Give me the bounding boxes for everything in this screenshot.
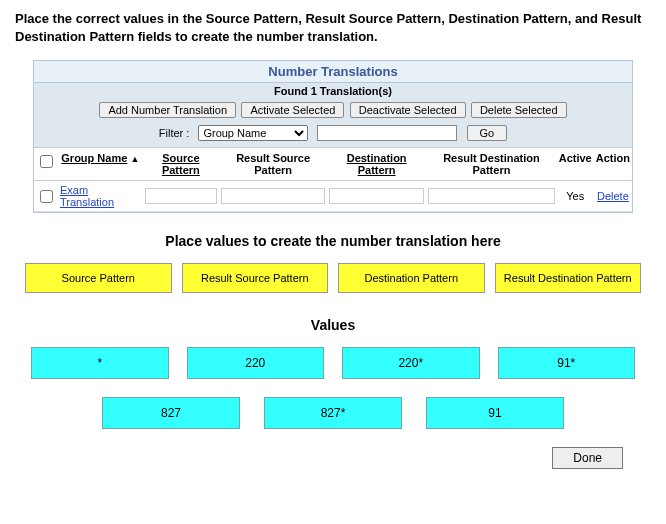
done-button[interactable]: Done [552,447,623,469]
filter-select[interactable]: Group Name [198,125,308,141]
translations-table: Group Name ▲ Source Pattern Result Sourc… [34,147,632,212]
table-row: Exam Translation Yes Delete [34,181,632,212]
filter-input[interactable] [317,125,457,141]
col-destination-pattern[interactable]: Destination Pattern [327,148,426,181]
col-action: Action [594,148,632,181]
result-destination-pattern-cell [428,188,555,204]
delete-selected-button[interactable]: Delete Selected [471,102,567,118]
destination-pattern-cell [329,188,424,204]
col-result-source-pattern: Result Source Pattern [219,148,327,181]
value-tile[interactable]: 91* [498,347,636,379]
activate-selected-button[interactable]: Activate Selected [241,102,344,118]
values-heading: Values [15,317,651,333]
value-tile[interactable]: 91 [426,397,564,429]
values-row-2: 827 827* 91 [15,397,651,429]
slot-destination-pattern[interactable]: Destination Pattern [338,263,485,293]
value-tile[interactable]: 827* [264,397,402,429]
drop-slots: Source Pattern Result Source Pattern Des… [25,263,641,293]
active-cell: Yes [557,181,594,212]
value-tile[interactable]: 827 [102,397,240,429]
result-source-pattern-cell [221,188,325,204]
slot-result-source-pattern[interactable]: Result Source Pattern [182,263,329,293]
col-source-pattern[interactable]: Source Pattern [143,148,220,181]
slot-result-destination-pattern[interactable]: Result Destination Pattern [495,263,642,293]
filter-label: Filter : [159,127,190,139]
value-tile[interactable]: 220* [342,347,480,379]
panel-title: Number Translations [34,61,632,83]
add-number-translation-button[interactable]: Add Number Translation [99,102,236,118]
col-result-destination-pattern: Result Destination Pattern [426,148,557,181]
col-active: Active [557,148,594,181]
value-tile[interactable]: 220 [187,347,325,379]
col-group-name[interactable]: Group Name ▲ [58,148,143,181]
values-row-1: * 220 220* 91* [31,347,635,379]
select-all-checkbox[interactable] [40,155,53,168]
number-translations-panel: Number Translations Found 1 Translation(… [33,60,633,213]
group-name-link[interactable]: Exam Translation [60,184,114,208]
slot-source-pattern[interactable]: Source Pattern [25,263,172,293]
drop-heading: Place values to create the number transl… [15,233,651,249]
sort-asc-icon: ▲ [130,154,139,164]
deactivate-selected-button[interactable]: Deactivate Selected [350,102,466,118]
toolbar: Add Number Translation Activate Selected… [34,99,632,121]
found-count: Found 1 Translation(s) [34,83,632,99]
value-tile[interactable]: * [31,347,169,379]
instruction-text: Place the correct values in the Source P… [15,10,651,46]
delete-link[interactable]: Delete [597,190,629,202]
go-button[interactable]: Go [467,125,508,141]
done-row: Done [15,447,623,469]
filter-row: Filter : Group Name Go [34,121,632,147]
source-pattern-cell [145,188,218,204]
row-checkbox[interactable] [40,190,53,203]
